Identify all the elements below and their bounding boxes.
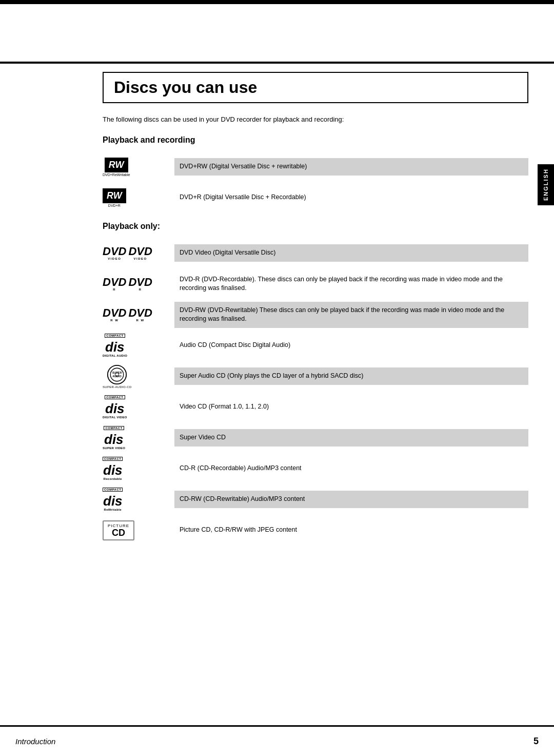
cdrw-description: CD-RW (CD-Rewritable) Audio/MP3 content — [174, 491, 528, 508]
dvdr-logo-area: RW DVD+R — [103, 188, 174, 207]
dvd-logo-1: DVD VIDEO — [103, 246, 126, 260]
svg-text:disc: disc — [103, 493, 123, 508]
dvd-video-description: DVD Video (Digital Versatile Disc) — [174, 244, 528, 262]
cd-disc-icon: disc — [105, 338, 125, 354]
cdr-compact-label: COMPACT — [103, 457, 123, 461]
dvd-badge-2: DVD — [128, 246, 152, 257]
dvd-logo-2: DVD VIDEO — [128, 246, 152, 260]
page-title: Discs you can use — [114, 78, 517, 97]
content-area: Discs you can use The following discs ca… — [103, 72, 528, 715]
dvd-rw-badge-2: DVD — [128, 307, 152, 319]
dvd-r-sub-1: R — [113, 288, 116, 291]
disc-row-cdr: COMPACT disc Recordable CD-R (CD-Recorda… — [103, 455, 528, 482]
audio-cd-sublabel: DIGITAL AUDIO — [103, 354, 127, 357]
dvd-badge-1: DVD — [103, 246, 126, 257]
dvd-rw-badge-1: DVD — [103, 307, 126, 319]
dvdrw-logo: RW DVD+ReWritable — [103, 158, 130, 177]
svg-text:disc: disc — [105, 339, 125, 354]
rw-badge: RW — [105, 158, 128, 172]
vcd-sublabel: DIGITAL VIDEO — [103, 416, 127, 419]
disc-row-sacd: SUPER AUDIO SUPER-AUDIO-CD Super Audio C… — [103, 362, 528, 390]
cdr-logo: COMPACT disc Recordable — [103, 457, 123, 480]
dvd-rw-logo-area: DVD R W DVD R W — [103, 307, 174, 322]
r-sublabel: DVD+R — [108, 204, 121, 207]
dvd-rw-sub-2: R W — [136, 319, 145, 322]
disc-row-dvd-video: DVD VIDEO DVD VIDEO DVD Video (Digital V… — [103, 239, 528, 267]
rw-sublabel: DVD+ReWritable — [103, 173, 130, 177]
sacd-description: Super Audio CD (Only plays the CD layer … — [174, 367, 528, 385]
section1-heading: Playback and recording — [103, 135, 528, 145]
cdrw-logo-area: COMPACT disc ReWritable — [103, 488, 174, 511]
english-tab: ENGLISH — [538, 164, 554, 205]
audio-cd-description: Audio CD (Compact Disc Digital Audio) — [174, 337, 528, 354]
dvdrw-logo-area: RW DVD+ReWritable — [103, 158, 174, 177]
picture-cd-logo-area: PICTURE CD — [103, 520, 174, 540]
svcd-logo: COMPACT disc SUPER VIDEO — [103, 426, 125, 450]
picture-cd-text: CD — [112, 528, 125, 537]
dvd-rw-logo-1: DVD R W — [103, 307, 126, 322]
audio-cd-logo-area: COMPACT disc DIGITAL AUDIO — [103, 334, 174, 357]
disc-row-dvd-rw: DVD R W DVD R W DVD-RW (DVD-Rewritable) … — [103, 301, 528, 328]
cdrw-compact-label: COMPACT — [103, 488, 123, 492]
audio-cd-logo: COMPACT disc DIGITAL AUDIO — [103, 334, 127, 357]
dvd-video-logos: DVD VIDEO DVD VIDEO — [103, 246, 152, 260]
disc-row-cdrw: COMPACT disc ReWritable CD-RW (CD-Rewrit… — [103, 486, 528, 513]
dvd-r-logo-1: DVD R — [103, 277, 126, 291]
disc-row-audio-cd: COMPACT disc DIGITAL AUDIO Audio CD (Com… — [103, 332, 528, 359]
disc-row-vcd: COMPACT disc DIGITAL VIDEO Video CD (For… — [103, 393, 528, 421]
cdr-description: CD-R (CD-Recordable) Audio/MP3 content — [174, 460, 528, 477]
disc-row-dvd-r: DVD R DVD R DVD-R (DVD-Recordable). Thes… — [103, 270, 528, 298]
svcd-logo-area: COMPACT disc SUPER VIDEO — [103, 426, 174, 450]
sacd-logo-area: SUPER AUDIO SUPER-AUDIO-CD — [103, 364, 174, 389]
vcd-description: Video CD (Format 1.0, 1.1, 2.0) — [174, 398, 528, 416]
dvd-r-logo-area: DVD R DVD R — [103, 277, 174, 291]
bottom-bar: Introduction 5 — [0, 725, 554, 756]
dvd-r-badge-2: DVD — [128, 277, 152, 288]
dvdr-logo: RW DVD+R — [103, 188, 126, 207]
cdr-disc-icon: disc — [103, 461, 123, 477]
dvd-r-logo-2: DVD R — [128, 277, 152, 291]
svcd-description: Super Video CD — [174, 429, 528, 447]
vcd-compact-label: COMPACT — [105, 395, 125, 399]
intro-text: The following discs can be used in your … — [103, 115, 528, 123]
cdrw-disc-icon: disc — [103, 492, 123, 508]
cdr-logo-area: COMPACT disc Recordable — [103, 457, 174, 480]
top-bar — [0, 0, 554, 4]
svcd-disc-icon: disc — [104, 431, 124, 446]
svg-text:AUDIO: AUDIO — [113, 374, 122, 377]
dvd-sub-1: VIDEO — [108, 257, 121, 260]
cdr-sublabel: Recordable — [104, 477, 122, 480]
svcd-compact-label: COMPACT — [104, 426, 124, 430]
dvdrw-description: DVD+RW (Digital Versatile Disc + rewrita… — [174, 158, 528, 176]
dvd-rw-sub-1: R W — [110, 319, 118, 322]
disc-row-dvdrw: RW DVD+ReWritable DVD+RW (Digital Versat… — [103, 153, 528, 181]
dvd-r-badge-1: DVD — [103, 277, 126, 288]
svg-text:SUPER: SUPER — [112, 371, 122, 374]
section2-heading: Playback only: — [103, 222, 528, 231]
rule-top — [0, 62, 554, 64]
vcd-logo: COMPACT disc DIGITAL VIDEO — [103, 395, 127, 419]
r-badge: RW — [103, 188, 126, 203]
sacd-logo: SUPER AUDIO SUPER-AUDIO-CD — [103, 364, 132, 389]
dvd-r-logos: DVD R DVD R — [103, 277, 152, 291]
dvd-rw-logos: DVD R W DVD R W — [103, 307, 152, 322]
dvd-r-description: DVD-R (DVD-Recordable). These discs can … — [174, 271, 528, 297]
dvd-rw-description: DVD-RW (DVD-Rewritable) These discs can … — [174, 302, 528, 328]
svg-text:disc: disc — [104, 432, 124, 446]
picture-cd-description: Picture CD, CD-R/RW with JPEG content — [174, 521, 528, 539]
vcd-disc-icon: disc — [105, 400, 125, 415]
cd-compact-label: COMPACT — [105, 334, 125, 338]
vcd-logo-area: COMPACT disc DIGITAL VIDEO — [103, 395, 174, 419]
dvd-sub-2: VIDEO — [134, 257, 147, 260]
disc-row-dvdr: RW DVD+R DVD+R (Digital Versatile Disc +… — [103, 184, 528, 211]
dvd-r-sub-2: R — [139, 288, 142, 291]
cdrw-logo: COMPACT disc ReWritable — [103, 488, 123, 511]
disc-row-picture-cd: PICTURE CD Picture CD, CD-R/RW with JPEG… — [103, 516, 528, 544]
bottom-page-number: 5 — [533, 736, 539, 747]
page-title-box: Discs you can use — [103, 72, 528, 103]
cdrw-sublabel: ReWritable — [104, 508, 122, 511]
disc-row-svcd: COMPACT disc SUPER VIDEO Super Video CD — [103, 424, 528, 452]
bottom-section-label: Introduction — [15, 737, 55, 746]
svg-text:disc: disc — [105, 401, 125, 415]
svg-text:disc: disc — [103, 462, 123, 477]
